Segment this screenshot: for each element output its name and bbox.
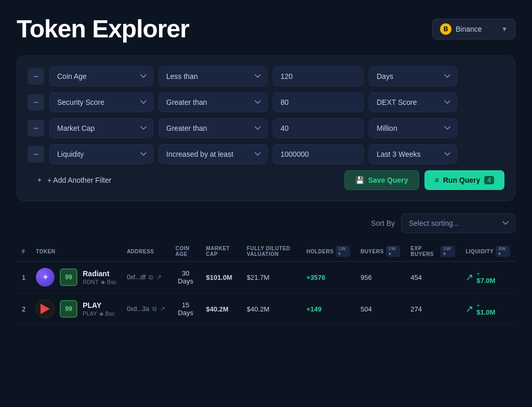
play-chain: Bsc: [105, 310, 115, 317]
rdnt-token-sub: RDNT ◈ Bsc: [83, 279, 116, 286]
sort-by-label: Sort By: [371, 219, 395, 227]
rdnt-token-name: Radiant: [83, 269, 116, 278]
row-1-rank: 1: [17, 262, 31, 293]
exchange-selector[interactable]: B Binance ▼: [432, 19, 515, 39]
filter-1-condition-select[interactable]: Less than Greater than: [158, 66, 268, 86]
copy-icon[interactable]: ⧉: [149, 274, 153, 281]
add-filter-button[interactable]: ＋ + Add Another Filter: [28, 170, 119, 190]
filter-4-value-input[interactable]: [273, 144, 364, 164]
save-query-label: Save Query: [368, 176, 408, 184]
remove-filter-1-button[interactable]: −: [28, 68, 44, 85]
filter-row-4: − Liquidity Increased by at least Decrea…: [28, 144, 504, 164]
filter-panel: − Coin Age Less than Greater than Days W…: [17, 56, 515, 201]
buyers-period-badge[interactable]: 1W ▾: [386, 246, 401, 257]
trend-up-icon: ↗: [466, 272, 473, 283]
table-header: # TOKEN ADDRESS COIN AGE MARKET CAP FULL…: [17, 241, 515, 262]
row-2-liquidity: ↗ + $1.0M: [460, 293, 515, 325]
rdnt-security-badge: 99: [60, 268, 77, 286]
results-header: Sort By Select sorting...: [17, 213, 515, 233]
filter-2-unit-select[interactable]: DEXT Score: [369, 92, 457, 112]
page-title: Token Explorer: [17, 15, 189, 43]
chevron-down-icon: ▼: [501, 25, 508, 33]
play-ticker: PLAY: [83, 310, 97, 317]
th-market-cap: MARKET CAP: [201, 241, 242, 262]
row-2-coin-age: 15Days: [170, 293, 201, 325]
run-query-badge: 4: [484, 176, 494, 184]
copy-icon-2[interactable]: ⧉: [152, 305, 157, 313]
filter-3-unit-select[interactable]: Million Billion: [369, 118, 457, 138]
results-table: # TOKEN ADDRESS COIN AGE MARKET CAP FULL…: [17, 241, 515, 325]
filter-3-value-input[interactable]: [273, 118, 364, 138]
diamond-icon-2: ◈: [99, 310, 103, 317]
filter-1-unit-select[interactable]: Days Weeks Months: [369, 66, 457, 86]
holders-period-badge[interactable]: 1W ▾: [336, 246, 350, 257]
filter-2-category-select[interactable]: Security Score: [49, 92, 153, 112]
row-2-token: 99 PLAY PLAY ◈ Bsc: [31, 293, 122, 325]
th-exp-buyers: EXP BUYERS 1W ▾: [405, 241, 460, 262]
run-query-button[interactable]: ≡ Run Query 4: [424, 170, 504, 190]
row-2-holders: +149: [301, 293, 355, 325]
external-link-icon[interactable]: ↗: [156, 274, 162, 281]
row-1-market-cap: $101.0M: [201, 262, 242, 293]
rdnt-address-short: 0xf...df: [127, 274, 145, 281]
filter-icon: ≡: [435, 176, 439, 184]
row-1-buyers: 956: [355, 262, 405, 293]
th-address: ADDRESS: [122, 241, 170, 262]
sort-select[interactable]: Select sorting...: [401, 213, 515, 233]
th-buyers: BUYERS 1W ▾: [355, 241, 405, 262]
filter-actions: ＋ + Add Another Filter 💾 Save Query ≡ Ru…: [28, 170, 504, 190]
plus-icon: ＋: [36, 175, 43, 185]
row-1-liquidity-plus: +: [476, 270, 495, 277]
row-2-fdv: $40.2M: [242, 293, 301, 325]
table-body: 1 ✦ 99 Radiant RDNT ◈ Bsc: [17, 262, 515, 325]
th-token: TOKEN: [31, 241, 122, 262]
th-rank: #: [17, 241, 31, 262]
row-1-address: 0xf...df ⧉ ↗: [122, 262, 170, 293]
exchange-name: Binance: [456, 25, 482, 33]
filter-3-category-select[interactable]: Market Cap: [49, 118, 153, 138]
rdnt-chain: Bsc: [107, 279, 116, 285]
row-1-token: ✦ 99 Radiant RDNT ◈ Bsc: [31, 262, 122, 293]
external-link-icon-2[interactable]: ↗: [160, 305, 165, 313]
filter-1-category-select[interactable]: Coin Age: [49, 66, 153, 86]
exchange-left: B Binance: [440, 23, 482, 35]
exp-buyers-period-badge[interactable]: 1W ▾: [441, 246, 455, 257]
filter-4-condition-select[interactable]: Increased by at least Decreased by at le…: [158, 144, 268, 164]
diamond-icon: ◈: [101, 279, 105, 286]
play-icon: [36, 300, 55, 318]
table-row: 2 99 PLAY PLAY ◈: [17, 293, 515, 325]
play-token-sub: PLAY ◈ Bsc: [83, 310, 115, 317]
remove-filter-3-button[interactable]: −: [28, 120, 44, 137]
save-icon: 💾: [355, 176, 364, 184]
rdnt-icon: ✦: [36, 268, 55, 287]
row-2-buyers: 504: [355, 293, 405, 325]
results-section: Sort By Select sorting... # TOKEN ADDRES…: [17, 213, 515, 325]
add-filter-label: + Add Another Filter: [47, 176, 111, 184]
play-token-info: PLAY PLAY ◈ Bsc: [83, 301, 115, 317]
row-2-address: 0xd...3a ⧉ ↗: [122, 293, 170, 325]
run-query-label: Run Query: [443, 176, 481, 184]
th-coin-age: COIN AGE: [170, 241, 201, 262]
row-1-holders: +3576: [301, 262, 355, 293]
remove-filter-2-button[interactable]: −: [28, 94, 44, 111]
filter-row-2: − Security Score Greater than Less than …: [28, 92, 504, 112]
filter-4-category-select[interactable]: Liquidity: [49, 144, 153, 164]
row-2-liquidity-value: $1.0M: [476, 308, 495, 316]
table-row: 1 ✦ 99 Radiant RDNT ◈ Bsc: [17, 262, 515, 293]
filter-2-condition-select[interactable]: Greater than Less than: [158, 92, 268, 112]
play-token-name: PLAY: [83, 301, 115, 309]
th-fdv: FULLY DILUTED VALUATION: [242, 241, 301, 262]
filter-3-condition-select[interactable]: Greater than Less than: [158, 118, 268, 138]
row-2-exp-buyers: 274: [405, 293, 460, 325]
save-query-button[interactable]: 💾 Save Query: [344, 170, 419, 190]
liquidity-period-badge[interactable]: 3W ▾: [496, 246, 510, 257]
remove-filter-4-button[interactable]: −: [28, 146, 44, 162]
filter-4-unit-select[interactable]: Last 3 Weeks Last Week Last Month: [369, 144, 457, 164]
filter-1-value-input[interactable]: [273, 66, 364, 86]
page-header: Token Explorer B Binance ▼: [17, 15, 515, 43]
rdnt-token-info: Radiant RDNT ◈ Bsc: [83, 269, 116, 286]
row-2-market-cap: $40.2M: [201, 293, 242, 325]
action-buttons: 💾 Save Query ≡ Run Query 4: [344, 170, 505, 190]
filter-row-1: − Coin Age Less than Greater than Days W…: [28, 66, 504, 86]
filter-2-value-input[interactable]: [273, 92, 364, 112]
